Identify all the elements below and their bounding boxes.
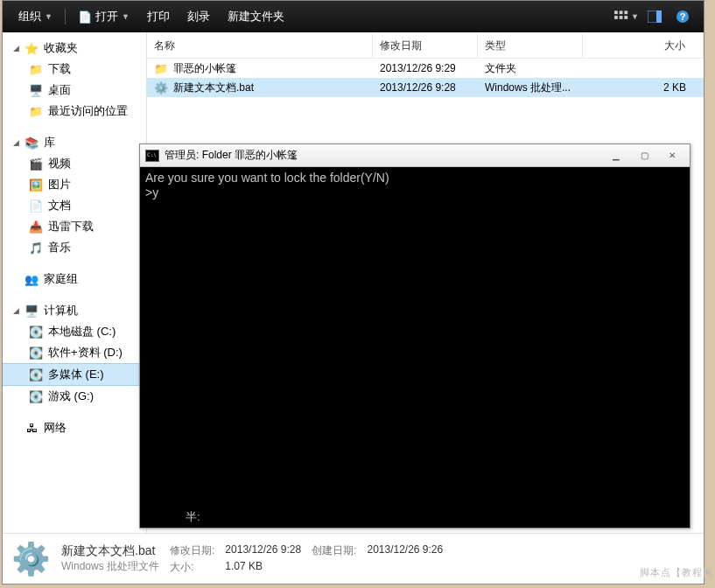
- help-button[interactable]: ?: [670, 7, 695, 26]
- drive-icon: 💽: [29, 346, 43, 360]
- chevron-down-icon: ▼: [631, 12, 639, 21]
- favorites-group: ◢⭐收藏夹 📁下载 🖥️桌面 📁最近访问的位置: [3, 38, 146, 122]
- favorites-label: 收藏夹: [44, 40, 78, 56]
- col-date[interactable]: 修改日期: [373, 32, 478, 58]
- open-label: 打开: [95, 9, 118, 24]
- sidebar-item-pictures[interactable]: 🖼️图片: [3, 174, 146, 195]
- ime-indicator: 半:: [186, 510, 200, 524]
- svg-rect-7: [656, 10, 662, 23]
- item-label: 视频: [48, 156, 71, 172]
- sidebar-item-videos[interactable]: 🎬视频: [3, 153, 146, 174]
- open-icon: 📄: [78, 10, 92, 24]
- gear-icon: ⚙️: [11, 541, 51, 578]
- sidebar-item-music[interactable]: 🎵音乐: [3, 237, 146, 258]
- cmd-window[interactable]: 管理员: Folder 罪恶的小帐篷 ▁ ▢ ✕ Are you sure yo…: [139, 144, 690, 528]
- item-label: 游戏 (G:): [48, 388, 94, 404]
- detail-type: Windows 批处理文件: [61, 559, 159, 574]
- computer-icon: 🖥️: [25, 304, 39, 318]
- watermark: 脚本点【教程网: [640, 566, 713, 579]
- homegroup-header[interactable]: ◢👥家庭组: [3, 269, 146, 290]
- music-icon: 🎵: [29, 241, 43, 255]
- sidebar-item-documents[interactable]: 📄文档: [3, 195, 146, 216]
- item-label: 多媒体 (E:): [48, 367, 104, 382]
- file-size: 2 KB: [583, 75, 704, 100]
- svg-rect-4: [620, 16, 623, 19]
- column-headers: 名称 修改日期 类型 大小: [147, 32, 704, 59]
- libraries-header[interactable]: ◢📚库: [3, 132, 146, 153]
- sidebar-item-drive-c[interactable]: 💽本地磁盘 (C:): [3, 321, 146, 342]
- item-label: 音乐: [48, 240, 71, 256]
- value-modified: 2013/12/26 9:28: [225, 543, 301, 558]
- picture-icon: 🖼️: [29, 178, 43, 192]
- toolbar: 组织▼ 📄打开▼ 打印 刻录 新建文件夹 ▼ ?: [3, 1, 704, 32]
- burn-button[interactable]: 刻录: [179, 5, 219, 28]
- view-options-button[interactable]: ▼: [614, 7, 639, 26]
- sidebar-item-drive-e[interactable]: 💽多媒体 (E:): [3, 363, 146, 386]
- maximize-button[interactable]: ▢: [632, 149, 656, 163]
- network-label: 网络: [44, 420, 67, 436]
- computer-group: ◢🖥️计算机 💽本地磁盘 (C:) 💽软件+资料 (D:) 💽多媒体 (E:) …: [3, 300, 146, 407]
- label-modified: 修改日期:: [170, 543, 214, 558]
- computer-label: 计算机: [44, 303, 78, 318]
- desktop-icon: 🖥️: [29, 83, 43, 97]
- cmd-icon: [145, 150, 159, 162]
- item-label: 图片: [48, 177, 71, 192]
- cmd-line: Are you sure you want to lock the folder…: [145, 171, 389, 185]
- folder-icon: 📁: [154, 61, 168, 75]
- cmd-console[interactable]: Are you sure you want to lock the folder…: [140, 167, 690, 528]
- sidebar-item-thunder[interactable]: 📥迅雷下载: [3, 216, 146, 237]
- item-label: 文档: [48, 198, 71, 214]
- cmd-line: >y: [145, 186, 158, 200]
- homegroup-group: ◢👥家庭组: [3, 269, 146, 290]
- drive-icon: 💽: [29, 368, 43, 382]
- sidebar-item-drive-g[interactable]: 💽游戏 (G:): [3, 386, 146, 407]
- drive-icon: 💽: [29, 389, 43, 403]
- preview-pane-button[interactable]: [642, 7, 667, 26]
- sidebar-item-drive-d[interactable]: 💽软件+资料 (D:): [3, 342, 146, 363]
- folder-icon: 📁: [29, 104, 43, 118]
- svg-rect-0: [614, 10, 618, 14]
- newfolder-button[interactable]: 新建文件夹: [219, 5, 293, 28]
- item-label: 本地磁盘 (C:): [48, 324, 116, 340]
- print-button[interactable]: 打印: [138, 5, 179, 28]
- nav-pane: ◢⭐收藏夹 📁下载 🖥️桌面 📁最近访问的位置 ◢📚库 🎬视频 🖼️图片 📄文档…: [3, 32, 147, 533]
- file-date: 2013/12/26 9:28: [373, 75, 478, 100]
- col-name[interactable]: 名称: [147, 32, 373, 58]
- video-icon: 🎬: [29, 157, 43, 171]
- libraries-group: ◢📚库 🎬视频 🖼️图片 📄文档 📥迅雷下载 🎵音乐: [3, 132, 146, 258]
- item-label: 迅雷下载: [48, 219, 94, 234]
- label-size: 大小:: [170, 560, 214, 575]
- value-created: 2013/12/26 9:26: [367, 543, 443, 558]
- file-row[interactable]: ⚙️新建文本文档.bat 2013/12/26 9:28 Windows 批处理…: [147, 78, 704, 97]
- bat-icon: ⚙️: [154, 80, 168, 94]
- open-button[interactable]: 📄打开▼: [69, 5, 138, 28]
- organize-label: 组织: [18, 9, 41, 24]
- file-type: Windows 批处理...: [478, 74, 583, 102]
- star-icon: ⭐: [25, 41, 39, 55]
- sidebar-item-recent[interactable]: 📁最近访问的位置: [3, 101, 146, 122]
- network-header[interactable]: ◢🖧网络: [3, 417, 146, 438]
- sidebar-item-downloads[interactable]: 📁下载: [3, 59, 146, 80]
- download-icon: 📥: [29, 220, 43, 234]
- homegroup-icon: 👥: [25, 272, 39, 286]
- folder-icon: 📁: [29, 62, 43, 76]
- sidebar-item-desktop[interactable]: 🖥️桌面: [3, 80, 146, 101]
- drive-icon: 💽: [29, 325, 43, 339]
- computer-header[interactable]: ◢🖥️计算机: [3, 300, 146, 321]
- svg-rect-3: [614, 16, 618, 19]
- organize-button[interactable]: 组织▼: [10, 5, 61, 28]
- item-label: 最近访问的位置: [48, 103, 128, 119]
- expand-icon: ◢: [13, 138, 19, 147]
- cmd-titlebar[interactable]: 管理员: Folder 罪恶的小帐篷 ▁ ▢ ✕: [140, 144, 690, 167]
- file-name: 罪恶的小帐篷: [173, 61, 236, 76]
- col-size[interactable]: 大小: [583, 32, 704, 58]
- svg-rect-5: [624, 16, 627, 19]
- document-icon: 📄: [29, 199, 43, 213]
- item-label: 下载: [48, 61, 71, 77]
- favorites-header[interactable]: ◢⭐收藏夹: [3, 38, 146, 59]
- svg-rect-1: [620, 10, 623, 14]
- minimize-button[interactable]: ▁: [604, 149, 628, 163]
- label-created: 创建日期:: [312, 543, 356, 558]
- file-name: 新建文本文档.bat: [173, 80, 254, 95]
- close-button[interactable]: ✕: [660, 149, 684, 163]
